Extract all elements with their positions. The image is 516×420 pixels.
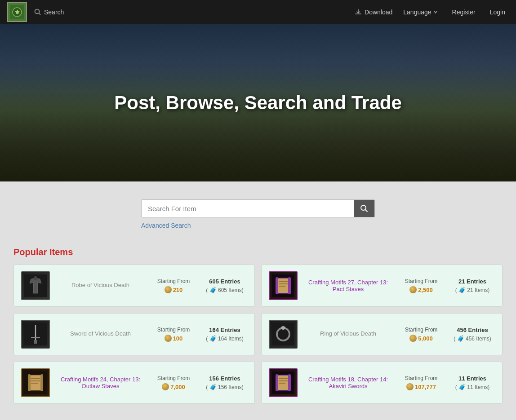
starting-from-label: Starting From xyxy=(157,375,190,381)
svg-point-5 xyxy=(361,205,366,210)
item-name: Robe of Vicious Death xyxy=(71,282,129,288)
bag-icon: 🧳 xyxy=(457,335,464,342)
item-icon-crafting-motifs-27[interactable] xyxy=(269,271,298,300)
item-name-link[interactable]: Crafting Motifs 24, Chapter 13: Outlaw S… xyxy=(56,376,145,389)
hero-title: Post, Browse, Search and Trade xyxy=(114,92,402,114)
svg-rect-29 xyxy=(28,374,31,391)
starting-from-label: Starting From xyxy=(405,278,438,284)
svg-rect-14 xyxy=(276,277,278,294)
coin-icon xyxy=(409,335,417,342)
svg-rect-10 xyxy=(276,278,290,293)
svg-text:⚜: ⚜ xyxy=(14,9,20,16)
svg-rect-19 xyxy=(34,340,37,344)
language-btn[interactable]: Language xyxy=(400,9,441,16)
bag-icon: 🧳 xyxy=(209,384,217,390)
search-bar xyxy=(141,199,375,217)
coin-icon xyxy=(165,335,172,342)
logo[interactable]: ⚜ xyxy=(7,2,27,22)
items-count: ( 🧳 164 Items) xyxy=(206,335,243,342)
starting-from-label: Starting From xyxy=(157,327,190,333)
starting-from-label: Starting From xyxy=(405,327,438,333)
items-grid: Robe of Vicious Death Starting From 210 … xyxy=(13,265,503,404)
item-price: 100 xyxy=(165,335,183,342)
register-btn[interactable]: Register xyxy=(449,9,479,16)
logo-image: ⚜ xyxy=(10,5,24,19)
search-section: Advanced Search xyxy=(0,181,516,238)
entries-count: 605 Entries xyxy=(209,278,240,285)
item-icon-crafting-motifs-24[interactable] xyxy=(21,368,50,397)
coin-icon xyxy=(165,286,172,293)
coin-icon xyxy=(162,383,169,390)
items-count: ( 🧳 156 Items) xyxy=(206,384,243,390)
item-name: Ring of Vicious Death xyxy=(320,330,376,337)
download-btn[interactable]: Download xyxy=(355,9,392,16)
svg-rect-36 xyxy=(276,374,278,391)
download-icon xyxy=(355,9,362,16)
hero-banner: Post, Browse, Search and Trade xyxy=(0,24,516,181)
login-btn[interactable]: Login xyxy=(486,9,509,16)
navbar-search-label: Search xyxy=(44,9,64,16)
svg-point-22 xyxy=(279,330,288,339)
login-label: Login xyxy=(490,9,505,16)
items-count: ( 🧳 605 Items) xyxy=(206,287,243,293)
advanced-search-link[interactable]: Advanced Search xyxy=(141,222,191,229)
item-card-crafting-motifs-27: Crafting Motifs 27, Chapter 13: Pact Sta… xyxy=(261,265,503,307)
item-price: 2,500 xyxy=(409,286,433,293)
item-icon-crafting-motifs-18[interactable] xyxy=(269,368,298,397)
coin-icon xyxy=(409,286,417,293)
register-label: Register xyxy=(452,9,476,16)
item-name-link[interactable]: Crafting Motifs 27, Chapter 13: Pact Sta… xyxy=(304,279,392,292)
svg-rect-32 xyxy=(276,375,290,390)
entries-count: 456 Entries xyxy=(457,327,488,333)
item-name-link[interactable]: Crafting Motifs 18, Chapter 14: Akaviri … xyxy=(304,376,392,389)
items-count: ( 🧳 21 Items) xyxy=(455,287,490,293)
item-price: 107,777 xyxy=(406,383,436,390)
search-submit-btn[interactable] xyxy=(354,200,374,217)
svg-point-23 xyxy=(281,326,285,330)
item-card-sword-vicious-death: Sword of Vicious Death Starting From 100… xyxy=(13,313,255,355)
search-input[interactable] xyxy=(142,200,354,217)
entries-count: 11 Entries xyxy=(458,375,486,382)
bag-icon: 🧳 xyxy=(209,287,217,293)
bag-icon: 🧳 xyxy=(209,335,217,342)
svg-rect-30 xyxy=(40,374,43,391)
popular-title: Popular Items xyxy=(13,247,503,257)
item-icon-robe-vicious-death[interactable] xyxy=(21,271,50,300)
navbar-search-btn[interactable]: Search xyxy=(34,9,64,16)
svg-point-3 xyxy=(35,9,40,14)
language-label: Language xyxy=(403,9,431,16)
chevron-down-icon xyxy=(433,10,438,14)
item-card-crafting-motifs-18: Crafting Motifs 18, Chapter 14: Akaviri … xyxy=(261,362,503,404)
search-submit-icon xyxy=(360,204,368,212)
search-icon xyxy=(34,9,41,16)
download-label: Download xyxy=(365,9,392,16)
item-card-ring-vicious-death: Ring of Vicious Death Starting From 5,00… xyxy=(261,313,503,355)
item-card-robe-vicious-death: Robe of Vicious Death Starting From 210 … xyxy=(13,265,255,307)
starting-from-label: Starting From xyxy=(157,278,190,284)
item-name: Sword of Vicious Death xyxy=(70,330,131,337)
item-icon-sword-vicious-death[interactable] xyxy=(21,320,50,349)
entries-count: 21 Entries xyxy=(458,278,486,285)
svg-rect-25 xyxy=(29,375,42,390)
items-count: ( 🧳 11 Items) xyxy=(455,384,490,390)
navbar: ⚜ Search Download Language Register Logi… xyxy=(0,0,516,24)
svg-rect-37 xyxy=(288,374,291,391)
coin-icon xyxy=(406,383,414,390)
bag-icon: 🧳 xyxy=(458,384,466,390)
item-price: 7,000 xyxy=(162,383,185,390)
entries-count: 164 Entries xyxy=(209,327,240,333)
items-count: ( 🧳 456 Items) xyxy=(454,335,491,342)
svg-rect-15 xyxy=(288,277,291,294)
svg-point-8 xyxy=(34,276,37,280)
bag-icon: 🧳 xyxy=(458,287,466,293)
entries-count: 156 Entries xyxy=(209,375,240,382)
item-price: 5,000 xyxy=(409,335,433,342)
popular-items-section: Popular Items Robe of Vicious Death Star… xyxy=(0,238,516,420)
svg-line-4 xyxy=(39,13,41,15)
item-card-crafting-motifs-24: Crafting Motifs 24, Chapter 13: Outlaw S… xyxy=(13,362,255,404)
item-price: 210 xyxy=(165,286,183,293)
svg-line-6 xyxy=(365,210,367,212)
starting-from-label: Starting From xyxy=(405,375,438,381)
item-icon-ring-vicious-death[interactable] xyxy=(269,320,298,349)
